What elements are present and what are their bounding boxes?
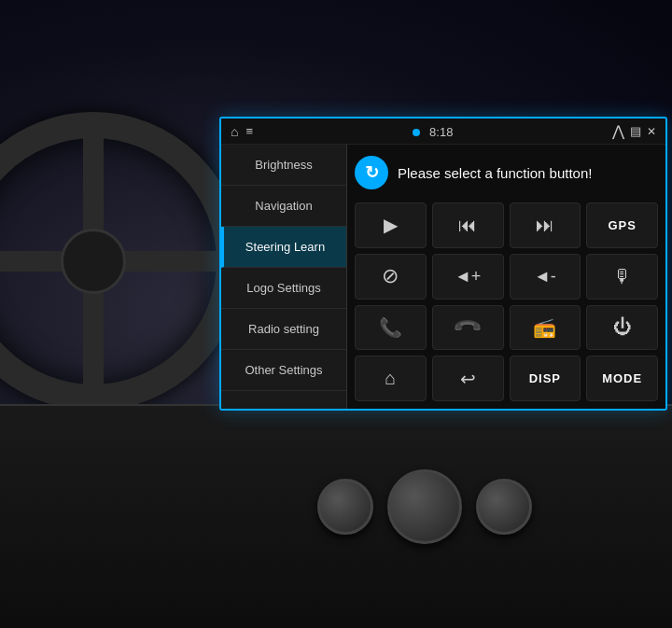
gps-button[interactable]: GPS [586, 202, 658, 248]
play-button[interactable]: ▶ [355, 202, 427, 248]
car-background: ⌂ ≡ 8:18 ⋀ ▤ ✕ Brightness Navigation Ste… [0, 0, 672, 628]
no-signal-button[interactable]: ⊘ [355, 254, 427, 300]
power-button[interactable]: ⏻ [586, 305, 658, 351]
hang-up-icon: 📞 [452, 312, 484, 344]
hang-up-button[interactable]: 📞 [432, 305, 504, 351]
status-dot [413, 129, 420, 136]
home-status-icon: ⌂ [231, 124, 238, 139]
back-button[interactable]: ↩ [432, 356, 504, 401]
no-signal-icon: ⊘ [382, 264, 399, 288]
vol-down-button[interactable]: ◄- [510, 254, 581, 300]
radio-icon: 📻 [533, 316, 556, 339]
play-icon: ▶ [384, 214, 398, 236]
expand-icon: ⋀ [612, 122, 624, 140]
mode-label: MODE [602, 371, 642, 385]
phone-button[interactable]: 📞 [355, 305, 427, 351]
header-text: Please select a function button! [398, 165, 592, 181]
mode-button[interactable]: MODE [586, 356, 658, 401]
home-button[interactable]: ⌂ [355, 356, 427, 401]
signal-icon: ▤ [630, 124, 641, 138]
vol-up-icon: ◄+ [455, 267, 481, 286]
skip-forward-icon: ⏭ [536, 215, 554, 236]
main-area: Brightness Navigation Steering Learn Log… [221, 145, 665, 409]
skip-back-icon: ⏮ [458, 215, 477, 236]
steering-hub [61, 229, 126, 294]
status-right: ⋀ ▤ ✕ [612, 122, 656, 140]
radio-button[interactable]: 📻 [510, 305, 581, 351]
mic-button[interactable]: 🎙 [586, 254, 658, 300]
status-left: ⌂ ≡ [231, 124, 253, 139]
disp-label: DISP [529, 371, 561, 385]
home-icon: ⌂ [385, 368, 396, 389]
close-status-icon: ✕ [647, 125, 656, 138]
gps-label: GPS [608, 218, 636, 232]
menu-item-logo-settings[interactable]: Logo Settings [221, 268, 346, 309]
status-time: 8:18 [429, 125, 453, 139]
disp-button[interactable]: DISP [510, 356, 581, 401]
refresh-icon: ↻ [365, 162, 379, 183]
menu-item-steering-learn[interactable]: Steering Learn [221, 227, 346, 268]
phone-icon: 📞 [379, 316, 402, 339]
dashboard [0, 404, 672, 628]
menu-item-brightness[interactable]: Brightness [221, 145, 346, 186]
menu-item-navigation[interactable]: Navigation [221, 186, 346, 227]
back-icon: ↩ [460, 368, 476, 390]
knob-3 [476, 479, 532, 535]
refresh-button[interactable]: ↻ [355, 156, 388, 189]
steering-wheel [0, 112, 243, 411]
status-bar: ⌂ ≡ 8:18 ⋀ ▤ ✕ [221, 119, 665, 145]
menu-item-radio-setting[interactable]: Radio setting [221, 309, 346, 350]
dash-controls [317, 413, 597, 600]
button-grid: ▶ ⏮ ⏭ GPS ⊘ ◄+ [355, 202, 658, 401]
mic-icon: 🎙 [613, 266, 632, 287]
menu-item-other-settings[interactable]: Other Settings [221, 350, 346, 391]
right-content: ↻ Please select a function button! ▶ ⏮ ⏭ [347, 145, 665, 409]
power-icon: ⏻ [613, 316, 632, 338]
knob-1 [317, 479, 373, 535]
skip-back-button[interactable]: ⏮ [432, 202, 504, 248]
left-menu: Brightness Navigation Steering Learn Log… [221, 145, 347, 409]
content-header: ↻ Please select a function button! [355, 152, 658, 193]
knob-2 [387, 469, 462, 544]
skip-forward-button[interactable]: ⏭ [510, 202, 581, 248]
status-center: 8:18 [413, 123, 454, 140]
menu-status-icon: ≡ [245, 124, 253, 138]
vol-down-icon: ◄- [534, 267, 556, 286]
screen-container: ⌂ ≡ 8:18 ⋀ ▤ ✕ Brightness Navigation Ste… [219, 117, 667, 411]
vol-up-button[interactable]: ◄+ [432, 254, 504, 300]
